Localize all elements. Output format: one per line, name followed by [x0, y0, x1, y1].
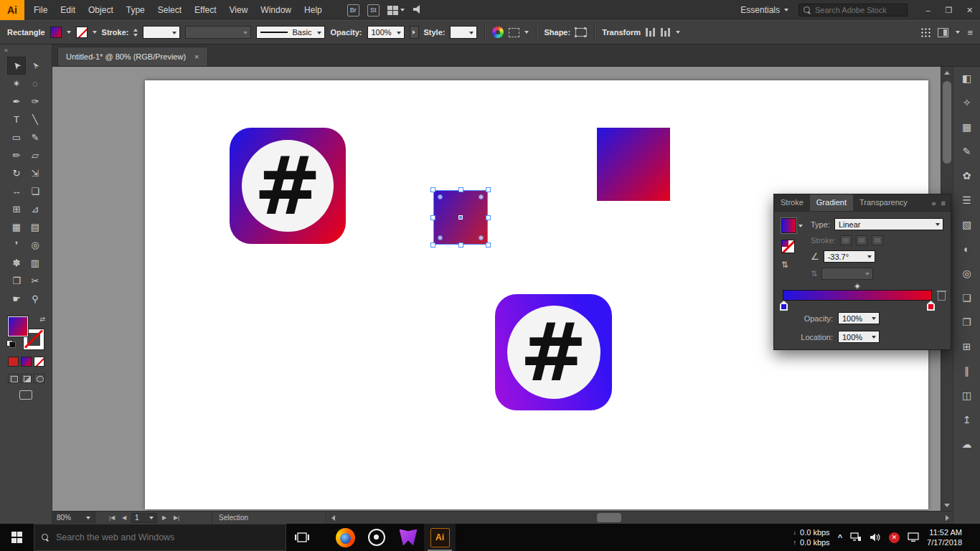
status-indicator[interactable]: Selection — [212, 512, 326, 524]
toolbar-collapse-icon[interactable]: « — [0, 44, 52, 55]
firefox-app-button[interactable] — [329, 524, 361, 551]
chevron-down-icon[interactable] — [798, 225, 803, 227]
next-artboard-button[interactable]: ▶ — [159, 513, 169, 523]
direct-selection-tool[interactable]: ➢ — [26, 57, 44, 75]
menubar-menu-item[interactable]: File — [27, 0, 54, 20]
panel-tab[interactable]: Transparency — [853, 194, 914, 211]
color-guide-panel-icon[interactable]: ✧ — [953, 90, 980, 115]
paintbrush-tool[interactable]: ✎ — [26, 128, 44, 146]
display-icon[interactable] — [908, 532, 919, 542]
selection-handle[interactable] — [486, 215, 491, 220]
hand-tool[interactable]: ☛ — [7, 290, 26, 308]
appearance-panel-icon[interactable]: ◎ — [953, 261, 980, 286]
graphic-style-dropdown[interactable] — [450, 26, 477, 39]
corner-radius-widget[interactable] — [479, 194, 484, 199]
shape-properties-icon[interactable] — [575, 28, 587, 37]
pathfinder-panel-icon[interactable]: ◫ — [953, 383, 980, 408]
previous-artboard-button[interactable]: ◀ — [119, 513, 129, 523]
chevron-down-icon[interactable] — [676, 31, 680, 34]
stop-location-dropdown[interactable]: 100% — [838, 331, 880, 343]
task-view-button[interactable] — [286, 524, 318, 551]
graphic-styles-panel-icon[interactable]: ❏ — [953, 286, 980, 310]
selection-handle[interactable] — [458, 242, 463, 248]
selected-rectangle[interactable] — [433, 190, 488, 245]
selection-handle[interactable] — [458, 187, 463, 192]
network-speed-meter[interactable]: ↓0.0 kbps ↑0.0 kbps — [793, 527, 830, 547]
color-panel-icon[interactable]: ◧ — [953, 66, 980, 90]
horizontal-scroll-thumb[interactable] — [597, 513, 621, 522]
taskbar-search-input[interactable] — [56, 532, 278, 542]
gradient-button[interactable] — [21, 357, 32, 367]
artboard-tool[interactable]: ❐ — [7, 272, 26, 290]
rectangle-tool[interactable]: ▭ — [7, 128, 26, 146]
lasso-tool[interactable]: ◌ — [26, 75, 44, 93]
swap-fill-stroke-icon[interactable]: ⇄ — [39, 316, 45, 323]
gradient-square-artwork[interactable] — [597, 128, 670, 201]
bridge-button[interactable]: Br — [347, 4, 359, 17]
chevron-down-icon[interactable] — [93, 31, 97, 34]
zoom-level-dropdown[interactable]: 80% — [52, 512, 95, 524]
default-fill-stroke-icon[interactable] — [6, 340, 16, 348]
transform-link[interactable]: Transform — [602, 28, 641, 37]
symbols-panel-icon[interactable]: ✿ — [953, 164, 980, 188]
draw-normal-icon[interactable] — [8, 374, 19, 383]
hidden-icons-chevron[interactable]: ^ — [838, 533, 842, 542]
gpu-performance-icon[interactable] — [413, 4, 424, 17]
shaper-tool[interactable]: ✏ — [7, 146, 26, 164]
stop-opacity-dropdown[interactable]: 100% — [838, 312, 880, 324]
select-similar-icon[interactable] — [509, 28, 519, 37]
selection-handle[interactable] — [430, 215, 435, 220]
column-graph-tool[interactable]: ▥ — [26, 254, 44, 272]
taskbar-clock[interactable]: 11:52 AM 7/17/2018 — [927, 527, 962, 547]
recolor-artwork-icon[interactable] — [492, 27, 504, 38]
restore-button[interactable]: ❐ — [938, 0, 959, 20]
width-tool[interactable]: ↔ — [7, 182, 26, 200]
selection-handle[interactable] — [430, 242, 435, 248]
chevron-down-icon[interactable] — [524, 31, 529, 34]
stroke-color-swatch[interactable] — [76, 27, 88, 38]
stroke-across-icon[interactable] — [872, 235, 883, 245]
menubar-menu-item[interactable]: Object — [82, 0, 120, 20]
horizontal-scrollbar[interactable] — [328, 512, 953, 524]
gradient-slider[interactable] — [783, 290, 932, 301]
purple-app-button[interactable] — [392, 524, 424, 551]
menubar-menu-item[interactable]: Window — [254, 0, 298, 20]
panel-dock-icon[interactable] — [938, 28, 948, 37]
network-icon[interactable] — [850, 532, 862, 542]
close-button[interactable]: ✕ — [959, 0, 980, 20]
eraser-tool[interactable]: ▱ — [26, 146, 44, 164]
gradient-panel-icon[interactable]: ▧ — [953, 212, 980, 237]
swatches-panel-icon[interactable]: ▦ — [953, 115, 980, 139]
arrange-documents-button[interactable] — [387, 6, 405, 15]
eyedropper-tool[interactable]: ❜ — [7, 236, 26, 254]
screen-mode-button[interactable] — [19, 390, 32, 400]
close-tab-icon[interactable]: × — [194, 52, 199, 61]
menubar-menu-item[interactable]: Select — [151, 0, 188, 20]
volume-icon[interactable] — [870, 532, 881, 542]
asset-export-panel-icon[interactable]: ↥ — [953, 408, 980, 432]
type-tool[interactable]: T — [7, 110, 26, 128]
workspace-switcher[interactable]: Essentials — [740, 5, 788, 15]
align-panel-icon[interactable]: ∥ — [953, 359, 980, 383]
search-input[interactable] — [815, 6, 903, 14]
align-icons[interactable] — [646, 28, 656, 37]
libraries-panel-icon[interactable]: ☁ — [953, 432, 980, 456]
menubar-menu-item[interactable]: Effect — [188, 0, 222, 20]
chevron-down-icon[interactable] — [67, 31, 71, 34]
curvature-tool[interactable]: ✑ — [26, 93, 44, 110]
draw-inside-icon[interactable] — [34, 374, 44, 383]
illustrator-app-button[interactable]: Ai — [424, 524, 456, 551]
draw-behind-icon[interactable] — [21, 374, 32, 383]
corner-radius-widget[interactable] — [479, 235, 484, 240]
selection-tool[interactable]: ➤ — [7, 57, 26, 75]
zoom-tool[interactable]: ⚲ — [26, 290, 44, 308]
delete-stop-icon[interactable] — [937, 290, 946, 301]
document-tab[interactable]: Untitled-1* @ 80% (RGB/Preview) × — [57, 47, 208, 66]
artboard-number-dropdown[interactable]: 1 — [131, 513, 157, 523]
panel-menu-icon[interactable]: ≡ — [941, 199, 946, 207]
shape-builder-tool[interactable]: ⊞ — [7, 200, 26, 218]
perspective-grid-tool[interactable]: ⊿ — [26, 200, 44, 218]
apps-grid-icon[interactable] — [920, 27, 930, 37]
first-artboard-button[interactable]: |◀ — [107, 513, 117, 523]
selection-handle[interactable] — [430, 187, 435, 192]
